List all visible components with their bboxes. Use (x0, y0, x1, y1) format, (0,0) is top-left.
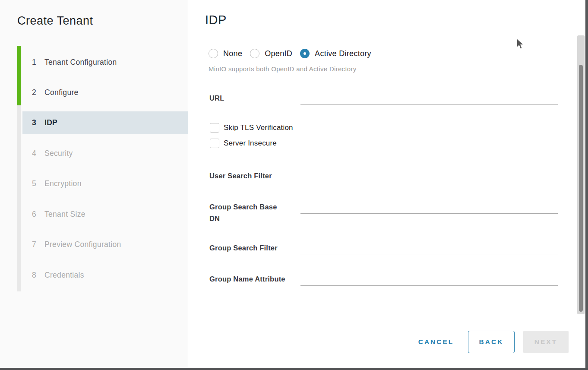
user-search-filter-input[interactable] (300, 168, 558, 182)
step-label: Tenant Size (44, 210, 85, 219)
step-number: 4 (32, 149, 44, 158)
step-label: Credentials (44, 271, 84, 280)
idp-type-radio-group: None OpenID Active Directory (209, 49, 371, 58)
user-search-filter-label: User Search Filter (209, 170, 287, 182)
group-name-attribute-input[interactable] (300, 272, 558, 286)
step-label: IDP (44, 118, 57, 127)
idp-step-panel: IDP None OpenID Active Directory MinIO s… (188, 0, 585, 370)
cancel-button[interactable]: CANCEL (414, 332, 458, 352)
step-number: 7 (32, 240, 44, 249)
checkbox-label: Skip TLS Verification (224, 123, 293, 132)
next-button[interactable]: NEXT (523, 331, 569, 353)
step-number: 2 (32, 88, 44, 97)
step-number: 6 (32, 210, 44, 219)
server-insecure-checkbox[interactable]: Server Insecure (210, 139, 277, 148)
dialog-title: Create Tenant (17, 14, 93, 28)
step-number: 5 (32, 179, 44, 188)
step-label: Tenant Configuration (44, 58, 117, 67)
radio-option-openid[interactable]: OpenID (250, 49, 292, 58)
step-label: Security (44, 149, 73, 158)
radio-option-active-directory[interactable]: Active Directory (300, 49, 371, 58)
step-number: 8 (32, 271, 44, 280)
progress-bar-remaining (17, 105, 21, 291)
vertical-scrollbar-track[interactable] (577, 35, 585, 314)
radio-label: Active Directory (315, 49, 371, 58)
group-search-base-dn-label: Group Search Base DN (209, 201, 287, 225)
window-right-edge (585, 0, 588, 370)
radio-option-none[interactable]: None (209, 49, 242, 58)
create-tenant-dialog: Create Tenant 1 Tenant Configuration 2 C… (0, 0, 588, 370)
checkbox-unchecked-icon[interactable] (210, 139, 219, 148)
sidebar-step-credentials[interactable]: 8 Credentials (22, 264, 188, 287)
window-bottom-edge (0, 368, 588, 370)
back-button[interactable]: BACK (468, 331, 515, 353)
sidebar-step-preview-configuration[interactable]: 7 Preview Configuration (22, 233, 188, 256)
sidebar-step-tenant-configuration[interactable]: 1 Tenant Configuration (22, 51, 188, 74)
sidebar-step-encryption[interactable]: 5 Encryption (22, 172, 188, 195)
page-title: IDP (205, 13, 227, 27)
sidebar-step-idp[interactable]: 3 IDP (22, 111, 188, 134)
skip-tls-verification-checkbox[interactable]: Skip TLS Verification (210, 123, 293, 133)
sidebar-step-tenant-size[interactable]: 6 Tenant Size (22, 203, 188, 226)
radio-label: None (223, 49, 242, 58)
vertical-scrollbar-thumb[interactable] (579, 65, 583, 312)
step-number: 3 (32, 118, 44, 127)
group-search-filter-input[interactable] (300, 240, 558, 254)
radio-unselected-icon[interactable] (250, 49, 259, 58)
checkbox-label: Server Insecure (224, 139, 277, 148)
group-search-base-dn-input[interactable] (300, 200, 558, 214)
group-search-filter-label: Group Search Filter (209, 242, 287, 254)
radio-unselected-icon[interactable] (209, 49, 218, 58)
progress-bar-completed (17, 46, 21, 105)
sidebar-step-configure[interactable]: 2 Configure (22, 81, 188, 104)
url-field-label: URL (209, 92, 287, 104)
url-input[interactable] (300, 91, 558, 105)
step-label: Preview Configuration (44, 240, 121, 249)
group-name-attribute-label: Group Name Attribute (209, 273, 287, 285)
checkbox-unchecked-icon[interactable] (210, 123, 219, 133)
step-number: 1 (32, 58, 44, 67)
sidebar-step-security[interactable]: 4 Security (22, 142, 188, 165)
radio-label: OpenID (265, 49, 292, 58)
idp-helper-text: MinIO supports both OpenID and Active Di… (209, 65, 357, 73)
wizard-sidebar: Create Tenant 1 Tenant Configuration 2 C… (0, 0, 188, 370)
step-label: Configure (44, 88, 79, 97)
step-label: Encryption (44, 179, 82, 188)
radio-selected-icon[interactable] (300, 49, 310, 58)
